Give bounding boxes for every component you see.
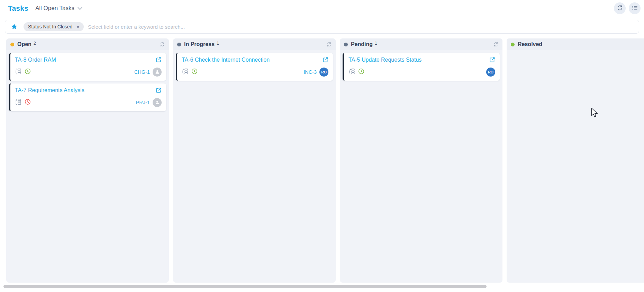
filter-chip-label: Status Not In Closed bbox=[28, 24, 72, 29]
status-dot-pending bbox=[344, 43, 348, 46]
dependency-icon bbox=[348, 68, 355, 76]
open-in-new-icon[interactable] bbox=[489, 57, 495, 63]
task-card[interactable]: TA-6 Check the Internet Connection bbox=[176, 53, 333, 81]
task-title-link[interactable]: TA-5 Update Requests Status bbox=[348, 57, 421, 63]
column-in-progress-header: In Progress 1 bbox=[173, 38, 336, 50]
filter-bar: Status Not In Closed × bbox=[5, 20, 639, 34]
status-dot-open bbox=[10, 43, 14, 46]
column-count: 1 bbox=[375, 41, 377, 46]
column-count: 2 bbox=[34, 41, 36, 46]
parent-entity-link[interactable]: INC-3 bbox=[303, 69, 317, 75]
column-resolved: Resolved bbox=[507, 38, 644, 283]
task-title-link[interactable]: TA-8 Order RAM bbox=[15, 57, 56, 63]
search-input[interactable] bbox=[88, 24, 635, 30]
refresh-icon bbox=[617, 5, 623, 12]
task-card[interactable]: TA-5 Update Requests Status bbox=[343, 53, 500, 81]
parent-entity-link[interactable]: PRJ-1 bbox=[136, 100, 150, 105]
scheduled-time-icon bbox=[25, 68, 31, 76]
scheduled-time-icon bbox=[358, 68, 364, 76]
filter-chip[interactable]: Status Not In Closed × bbox=[24, 22, 84, 31]
column-count: 1 bbox=[217, 41, 219, 46]
column-title: In Progress bbox=[184, 41, 215, 47]
open-in-new-icon[interactable] bbox=[156, 87, 162, 93]
refresh-button[interactable] bbox=[614, 2, 626, 14]
assignee-avatar[interactable]: RO bbox=[319, 68, 328, 77]
task-title-link[interactable]: TA-6 Check the Internet Connection bbox=[182, 57, 270, 63]
column-refresh-button[interactable] bbox=[160, 42, 165, 47]
dependency-icon bbox=[15, 99, 21, 106]
column-pending: Pending 1 TA-5 Update Requests Status bbox=[340, 38, 502, 283]
column-refresh-button[interactable] bbox=[327, 42, 332, 47]
column-open-body: TA-8 Order RAM bbox=[6, 50, 169, 114]
view-selector-label: All Open Tasks bbox=[35, 5, 74, 12]
scheduled-time-icon bbox=[191, 68, 198, 76]
view-selector[interactable]: All Open Tasks bbox=[35, 5, 82, 12]
chevron-down-icon bbox=[78, 7, 82, 10]
top-header: Tasks All Open Tasks bbox=[0, 0, 644, 17]
person-icon bbox=[155, 69, 160, 75]
open-in-new-icon[interactable] bbox=[323, 57, 328, 63]
list-icon bbox=[632, 5, 638, 12]
assignee-avatar[interactable] bbox=[153, 68, 162, 77]
page-title: Tasks bbox=[8, 4, 28, 12]
task-card[interactable]: TA-8 Order RAM bbox=[9, 53, 166, 81]
column-pending-body: TA-5 Update Requests Status bbox=[340, 50, 502, 83]
column-open: Open 2 TA-8 Order RAM bbox=[6, 38, 169, 283]
dependency-icon bbox=[15, 68, 21, 76]
tasks-kanban-page: Tasks All Open Tasks bbox=[0, 0, 644, 292]
column-title: Resolved bbox=[518, 41, 542, 47]
overdue-time-icon bbox=[25, 99, 31, 106]
column-title: Pending bbox=[351, 41, 373, 47]
parent-entity-link[interactable]: CHG-1 bbox=[134, 69, 150, 75]
column-open-header: Open 2 bbox=[6, 38, 169, 50]
person-icon bbox=[155, 100, 160, 106]
column-resolved-header: Resolved bbox=[507, 38, 644, 50]
task-card[interactable]: TA-7 Requirements Analysis bbox=[9, 83, 166, 111]
horizontal-scrollbar-thumb[interactable] bbox=[3, 285, 487, 288]
open-in-new-icon[interactable] bbox=[156, 57, 162, 63]
dependency-icon bbox=[182, 68, 188, 76]
column-resolved-body bbox=[507, 50, 644, 56]
assignee-avatar[interactable]: RO bbox=[486, 68, 495, 77]
chip-remove-icon[interactable]: × bbox=[76, 25, 79, 29]
status-dot-resolved bbox=[511, 43, 515, 46]
header-actions bbox=[614, 2, 641, 14]
list-view-button[interactable] bbox=[629, 2, 641, 14]
column-title: Open bbox=[17, 41, 31, 47]
favorite-star-icon[interactable] bbox=[11, 23, 18, 30]
column-pending-header: Pending 1 bbox=[340, 38, 502, 50]
column-in-progress: In Progress 1 TA-6 Check the Internet Co… bbox=[173, 38, 336, 283]
column-refresh-button[interactable] bbox=[493, 42, 498, 47]
kanban-board: Open 2 TA-8 Order RAM bbox=[6, 38, 644, 283]
column-in-progress-body: TA-6 Check the Internet Connection bbox=[173, 50, 336, 83]
status-dot-in-progress bbox=[177, 43, 181, 46]
task-title-link[interactable]: TA-7 Requirements Analysis bbox=[15, 87, 84, 94]
assignee-avatar[interactable] bbox=[153, 98, 162, 107]
